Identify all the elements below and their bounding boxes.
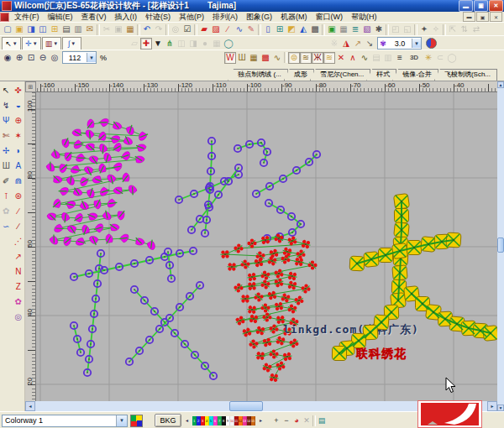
node-edit-icon[interactable]: ⋔ [164, 38, 176, 50]
lock-icon[interactable]: ✦ [418, 23, 430, 35]
stitch-list-dropdown[interactable]: ▥▼ [42, 37, 61, 50]
satin-type-icon[interactable]: W [224, 52, 236, 64]
arrow-run-tool-icon[interactable]: ↗ [13, 248, 24, 264]
menu-item-7[interactable]: 图象(G) [242, 12, 276, 23]
motif-type-icon[interactable]: ∿ [271, 52, 283, 64]
vertical-scrollbar[interactable]: ▲ ▼ [497, 81, 504, 411]
mdi-close-button[interactable]: ✕ [490, 12, 502, 22]
menu-item-0[interactable]: 文件(F) [10, 12, 44, 23]
menu-item-8[interactable]: 机器(M) [276, 12, 312, 23]
menu-item-3[interactable]: 插入(I) [111, 12, 142, 23]
pin-stitch-icon[interactable]: ✚ [140, 38, 152, 50]
motif-stitch-icon[interactable]: ∿ [234, 23, 245, 35]
remove-color-icon[interactable]: − [281, 415, 291, 425]
tatami-type-icon[interactable]: Ш [236, 52, 248, 64]
column-fill-icon[interactable]: ▯ [262, 23, 274, 35]
menu-item-2[interactable]: 查看(V) [77, 12, 111, 23]
lettering-tool-icon[interactable]: A [13, 158, 24, 173]
slant-left-fill-icon[interactable]: ≋ [300, 52, 312, 64]
docker-tab-5[interactable]: 飞梭制绣(Sch... [434, 69, 497, 81]
circle-cross-tool-icon[interactable]: ⊕ [13, 112, 24, 128]
texture-tool-icon[interactable]: ≣ [349, 23, 361, 35]
lattice-type-icon[interactable]: ▩ [260, 52, 271, 64]
zoom-out-icon[interactable]: ⊖ [37, 52, 49, 64]
branch-tool-icon[interactable]: Ψ [1, 112, 12, 128]
triple-run-tool-icon[interactable]: ∕ [13, 218, 24, 233]
menu-item-5[interactable]: 其他(P) [175, 12, 208, 23]
slant-right-fill-icon[interactable]: ≋ [323, 52, 335, 64]
docker-tab-1[interactable]: 成形 [284, 69, 314, 81]
jump-connector-icon[interactable]: ↗ [352, 38, 364, 50]
scroll-down-icon[interactable]: ▼ [497, 405, 504, 411]
pointer-select-dropdown[interactable]: ↖▼ [2, 37, 21, 50]
wheel-tool-icon[interactable]: ⊛ [13, 188, 24, 203]
scroll-right-icon[interactable]: ► [487, 401, 497, 411]
export-design-icon[interactable]: ✉ [84, 23, 96, 35]
satin-stitch-icon[interactable]: ▰ [198, 23, 210, 35]
open-icon[interactable]: ▣ [13, 23, 25, 35]
three-d-effect-icon[interactable]: 3D [406, 52, 423, 64]
trim-connector-icon[interactable]: ↘ [364, 38, 375, 50]
zoom-previous-icon[interactable]: ◎ [49, 52, 60, 64]
palette-icon[interactable] [130, 415, 143, 427]
manual-stitch-icon[interactable]: ✎ [245, 23, 257, 35]
colorway-combo[interactable]: Colorway 1 ▼ [2, 415, 128, 427]
reshape-node-tool-icon[interactable]: ✜ [13, 82, 24, 97]
zoom-1-1-icon[interactable]: ◉ [2, 52, 13, 64]
knife-tool-icon[interactable]: ✄ [1, 128, 12, 143]
zoom-box-icon[interactable]: ⊡ [25, 52, 37, 64]
cross-fill-icon[interactable]: ✕ [335, 52, 347, 64]
close-button[interactable]: ✕ [489, 0, 503, 12]
chevron-down-icon[interactable]: ▼ [13, 41, 18, 46]
swatch-scroll-right-icon[interactable]: ► [258, 415, 264, 425]
stitch-angle-icon[interactable]: ◮ [340, 38, 352, 50]
auto-check-icon[interactable]: ☑ [181, 23, 193, 35]
docker-tab-4[interactable]: 镜像-合并 [392, 69, 438, 81]
dim-image-icon[interactable]: ▦ [338, 23, 349, 35]
paste-icon[interactable]: ▦ [124, 23, 136, 35]
machine-gear-icon[interactable]: ✱ [373, 23, 385, 35]
vertical-scroll-thumb[interactable] [497, 237, 504, 253]
zoom-level-combo[interactable]: 112 ▼ [62, 51, 97, 64]
dash-run-tool-icon[interactable]: ⋰ [13, 233, 24, 248]
chevron-down-icon[interactable]: ▼ [71, 41, 76, 46]
insert-point-icon[interactable]: ▼ [152, 38, 164, 50]
auto-fabric-icon[interactable]: ⊜ [288, 52, 300, 64]
target-tool-icon[interactable]: ◎ [13, 309, 24, 324]
zigzag-z-tool-icon[interactable]: Z [13, 279, 24, 294]
print-icon[interactable]: ▤ [60, 23, 72, 35]
stitch-w-tool-icon[interactable]: Ш [1, 158, 12, 173]
fringe-tool-icon[interactable]: ✢ [1, 143, 12, 158]
chevron-down-icon[interactable]: ▼ [87, 53, 96, 62]
menu-item-4[interactable]: 针迹(S) [141, 12, 175, 23]
dome-tool-icon[interactable]: ◒ [13, 97, 24, 112]
wave-tool-icon[interactable]: ∽ [1, 218, 12, 233]
restore-button[interactable]: ▣ [474, 0, 488, 12]
horizontal-scroll-thumb[interactable] [229, 401, 263, 411]
star-tool-icon[interactable]: ✶ [13, 128, 24, 143]
stitch-density-combo[interactable]: ✾ 3.0 ▼ [377, 37, 422, 50]
fusion-fill-icon[interactable]: ◩ [286, 23, 297, 35]
swatch-scroll-left-icon[interactable]: ◄ [184, 415, 190, 425]
run-stitch-tool-icon[interactable]: ∕ [13, 203, 24, 218]
image-tool-icon[interactable]: ▣ [326, 23, 338, 35]
pin-tool-icon[interactable]: ⊺ [1, 188, 12, 203]
zigzag-fill-icon[interactable]: Ж [312, 52, 323, 64]
density-lines-icon[interactable]: ≡ [394, 52, 406, 64]
shell-tool-icon[interactable]: ◗ [13, 143, 24, 158]
wave-fill-icon[interactable]: ∿ [359, 52, 370, 64]
pointer-tool-icon[interactable]: ↖ [1, 82, 12, 97]
ruler-corner[interactable]: ⊞ [25, 81, 36, 92]
menu-item-10[interactable]: 帮助(H) [347, 12, 381, 23]
buddy-tool-icon[interactable]: ⋒ [13, 173, 24, 188]
color-swatch-15[interactable]: 15 [251, 416, 255, 425]
docker-tab-2[interactable]: 雪尼尔(Chen... [310, 69, 370, 81]
penetration-tool-dropdown[interactable]: ∫▼ [62, 37, 81, 50]
minimize-button[interactable]: ▬ [459, 0, 473, 12]
docker-tab-0[interactable]: 独点制绣绒 (... [228, 69, 288, 81]
scroll-up-icon[interactable]: ▲ [497, 81, 504, 88]
zigzag-n-tool-icon[interactable]: N [13, 264, 24, 279]
color-wheel-icon[interactable]: ◕ [291, 415, 302, 425]
program-split-icon[interactable]: ▩ [309, 23, 321, 35]
scroll-left-icon[interactable]: ◄ [25, 401, 35, 411]
